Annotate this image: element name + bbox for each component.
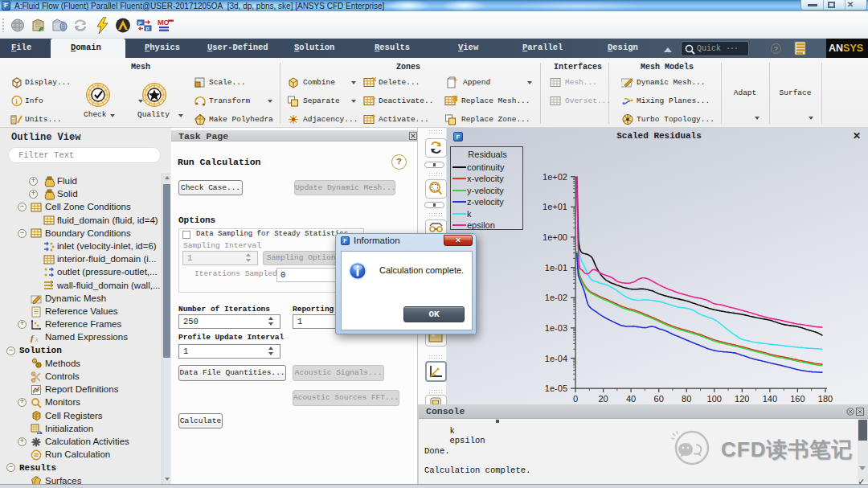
svg-text:160: 160 [790, 394, 805, 404]
svg-text:1e-05: 1e-05 [545, 383, 567, 393]
svg-text:▦: ▦ [452, 95, 457, 102]
svg-text:x: x [35, 336, 39, 343]
svg-text:P: P [146, 27, 149, 31]
svg-text:80: 80 [682, 394, 691, 404]
svg-text:f: f [31, 333, 35, 342]
svg-text:1e+02: 1e+02 [542, 172, 567, 182]
svg-text:+: + [453, 76, 457, 84]
svg-text:1e+01: 1e+01 [542, 202, 567, 211]
svg-text:i: i [16, 97, 18, 105]
svg-text:MO: MO [158, 18, 170, 27]
svg-text:120: 120 [735, 394, 749, 404]
svg-text:140: 140 [763, 394, 777, 404]
svg-text:0: 0 [573, 394, 578, 404]
svg-text:+: + [371, 113, 375, 121]
svg-text:1e-01: 1e-01 [545, 263, 567, 273]
svg-text:20: 20 [598, 394, 608, 404]
svg-text:100: 100 [707, 394, 722, 404]
svg-text:1e+00: 1e+00 [542, 232, 567, 242]
svg-text:P: P [138, 21, 141, 26]
svg-text:1e-03: 1e-03 [545, 323, 567, 333]
svg-text:40: 40 [626, 394, 636, 404]
svg-text:−: − [371, 95, 375, 102]
svg-text:60: 60 [654, 394, 664, 404]
svg-text:180: 180 [818, 394, 833, 404]
svg-text:✕: ✕ [371, 76, 376, 84]
svg-text:1e-02: 1e-02 [545, 293, 567, 302]
svg-text:1e-04: 1e-04 [545, 354, 567, 363]
